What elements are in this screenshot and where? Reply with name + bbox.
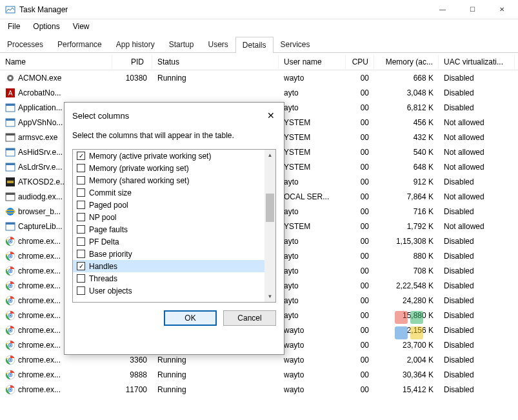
column-option[interactable]: NP pool — [73, 211, 275, 223]
checkbox-icon[interactable] — [77, 274, 85, 283]
cell-uac: Not allowed — [439, 221, 515, 232]
checkbox-icon[interactable] — [77, 237, 85, 246]
column-option[interactable]: Threads — [73, 272, 275, 285]
menu-view[interactable]: View — [68, 21, 95, 32]
column-option[interactable]: Paged pool — [73, 199, 275, 211]
tab-processes[interactable]: Processes — [0, 36, 50, 52]
checkbox-icon[interactable] — [77, 201, 85, 209]
cell-uac: Disabled — [439, 339, 515, 351]
cell-user: ayto — [279, 176, 346, 188]
table-row[interactable]: AAcrobatNo...ayto003,048 KDisabled — [0, 85, 518, 100]
checkbox-icon[interactable] — [77, 188, 85, 197]
cell-cpu: 00 — [346, 102, 374, 114]
checkbox-icon[interactable] — [77, 225, 85, 234]
cell-user: ayto — [279, 206, 346, 217]
column-option[interactable]: Base priority — [73, 248, 275, 260]
menu-options[interactable]: Options — [28, 21, 65, 32]
cell-memory: 668 K — [374, 72, 439, 84]
tab-details[interactable]: Details — [235, 37, 274, 53]
cell-status — [152, 92, 279, 94]
cell-memory: 912 K — [374, 176, 439, 188]
scroll-thumb[interactable] — [266, 194, 274, 222]
col-cpu[interactable]: CPU — [346, 55, 374, 69]
cell-memory: 2,22,548 K — [374, 280, 439, 292]
table-row[interactable]: chrome.ex...11700Runningwayto0015,412 KD… — [0, 382, 518, 397]
tab-startup[interactable]: Startup — [162, 36, 201, 52]
cell-cpu: 00 — [346, 72, 374, 84]
col-name[interactable]: Name — [0, 55, 112, 69]
listbox-scrollbar[interactable]: ▲ ▼ — [264, 150, 275, 302]
process-name: chrome.ex... — [18, 266, 61, 275]
scroll-down-icon[interactable]: ▼ — [264, 291, 275, 302]
cell-memory: 1,15,308 K — [374, 235, 439, 247]
checkbox-icon[interactable]: ✓ — [77, 152, 85, 160]
column-option[interactable]: Page faults — [73, 223, 275, 235]
column-option[interactable]: ✓Handles — [73, 260, 275, 272]
cell-user: ayto — [279, 235, 346, 247]
menu-file[interactable]: File — [3, 21, 25, 32]
column-option[interactable]: ✓Memory (active private working set) — [73, 150, 275, 162]
svg-point-34 — [10, 270, 12, 272]
col-pid[interactable]: PID — [112, 55, 152, 69]
cell-uac: Disabled — [439, 250, 515, 262]
cell-user: ayto — [279, 265, 346, 277]
cell-cpu: 00 — [346, 295, 374, 306]
process-icon — [5, 266, 15, 276]
cell-cpu: 00 — [346, 280, 374, 292]
column-option[interactable]: Commit size — [73, 186, 275, 199]
cell-user: ayto — [279, 102, 346, 114]
cell-cpu: 00 — [346, 191, 374, 203]
column-option[interactable]: Memory (private working set) — [73, 162, 275, 174]
table-row[interactable]: ACMON.exe10380Runningwayto00668 KDisable… — [0, 70, 518, 85]
process-name: chrome.ex... — [18, 296, 61, 305]
cell-user: YSTEM — [279, 117, 346, 128]
svg-rect-6 — [6, 104, 15, 106]
dialog-instruction: Select the columns that will appear in t… — [72, 131, 276, 140]
checkbox-icon[interactable] — [77, 250, 85, 258]
cell-cpu: 00 — [346, 325, 374, 336]
process-icon — [5, 295, 15, 306]
cell-memory: 30,364 K — [374, 369, 439, 381]
column-option[interactable]: PF Delta — [73, 235, 275, 248]
process-name: armsvc.exe — [18, 133, 57, 142]
option-label: Base priority — [89, 250, 132, 259]
cell-status: Running — [152, 369, 279, 381]
col-memory[interactable]: Memory (ac... — [374, 55, 439, 69]
checkbox-icon[interactable]: ✓ — [77, 262, 85, 270]
tab-users[interactable]: Users — [201, 36, 235, 52]
column-option[interactable]: Memory (shared working set) — [73, 174, 275, 186]
process-name: CaptureLib... — [18, 222, 63, 231]
process-icon — [5, 177, 15, 187]
column-option[interactable]: User objects — [73, 285, 275, 297]
columns-listbox[interactable]: ✓Memory (active private working set)Memo… — [72, 149, 276, 303]
svg-point-66 — [10, 388, 12, 390]
cancel-button[interactable]: Cancel — [223, 310, 276, 326]
tab-app-history[interactable]: App history — [109, 36, 162, 52]
col-user[interactable]: User name — [279, 55, 346, 69]
cell-cpu: 00 — [346, 146, 374, 158]
cell-uac: Disabled — [439, 72, 515, 84]
dialog-close-icon[interactable]: ✕ — [264, 110, 277, 121]
ok-button[interactable]: OK — [164, 310, 217, 326]
col-status[interactable]: Status — [152, 55, 279, 69]
tab-performance[interactable]: Performance — [50, 36, 109, 52]
process-name: chrome.ex... — [18, 370, 61, 379]
checkbox-icon[interactable] — [77, 213, 85, 221]
minimize-button[interactable]: — — [428, 0, 457, 19]
tab-services[interactable]: Services — [274, 36, 317, 52]
checkbox-icon[interactable] — [77, 286, 85, 295]
maximize-button[interactable]: ☐ — [457, 0, 487, 19]
table-row[interactable]: chrome.ex...9888Runningwayto0030,364 KDi… — [0, 367, 518, 382]
svg-rect-12 — [6, 148, 15, 150]
svg-rect-10 — [6, 134, 15, 135]
cell-memory: 716 K — [374, 206, 439, 217]
checkbox-icon[interactable] — [77, 164, 85, 172]
cell-memory: 880 K — [374, 250, 439, 262]
close-button[interactable]: ✕ — [487, 0, 517, 19]
checkbox-icon[interactable] — [77, 176, 85, 185]
scroll-up-icon[interactable]: ▲ — [264, 150, 275, 161]
cell-pid: 3360 — [112, 354, 152, 366]
cell-uac: Not allowed — [439, 117, 515, 128]
col-uac[interactable]: UAC virtualizati... — [439, 55, 515, 69]
cell-cpu: 00 — [346, 206, 374, 217]
